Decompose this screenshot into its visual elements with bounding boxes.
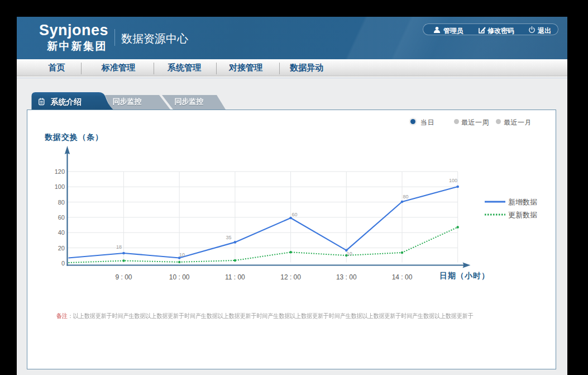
- svg-text:60: 60: [58, 214, 65, 221]
- svg-text:同步监控: 同步监控: [113, 97, 142, 106]
- svg-text:日期（小时）: 日期（小时）: [439, 271, 490, 280]
- svg-text:10: 10: [179, 252, 185, 258]
- svg-text:10: 10: [347, 251, 352, 257]
- svg-text:9 : 00: 9 : 00: [115, 273, 132, 281]
- svg-text:同步监控: 同步监控: [175, 97, 204, 106]
- svg-text:35: 35: [226, 235, 231, 240]
- svg-text:14 : 00: 14 : 00: [392, 273, 413, 281]
- svg-text:40: 40: [58, 229, 65, 236]
- svg-text:100: 100: [449, 178, 457, 183]
- svg-text:新增数据: 新增数据: [508, 198, 537, 206]
- svg-text:数据交换（条）: 数据交换（条）: [44, 132, 103, 141]
- svg-text:18: 18: [116, 244, 122, 250]
- svg-text:80: 80: [58, 199, 65, 206]
- svg-text:12 : 00: 12 : 00: [280, 273, 301, 281]
- svg-text:更新数据: 更新数据: [508, 211, 537, 219]
- svg-text:20: 20: [58, 245, 65, 251]
- svg-text:系统介绍: 系统介绍: [50, 97, 82, 106]
- svg-text:13 : 00: 13 : 00: [336, 273, 357, 281]
- svg-text:60: 60: [291, 212, 297, 217]
- svg-text:0: 0: [61, 260, 65, 267]
- svg-text:100: 100: [55, 183, 65, 190]
- svg-text:80: 80: [403, 194, 408, 200]
- svg-text:11 : 00: 11 : 00: [225, 273, 245, 281]
- svg-text:10 : 00: 10 : 00: [169, 273, 190, 281]
- svg-text:120: 120: [55, 168, 65, 175]
